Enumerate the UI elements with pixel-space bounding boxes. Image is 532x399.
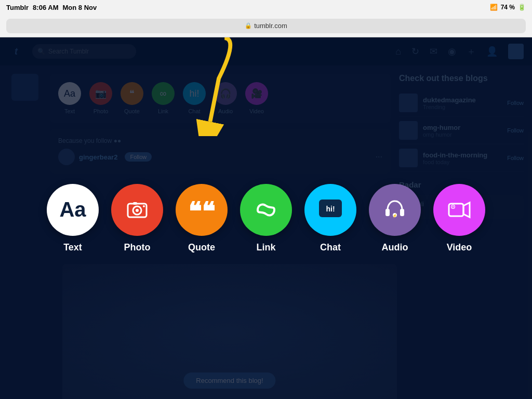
date: Mon 8 Nov [62,4,97,11]
svg-point-14 [451,205,455,209]
audio-picker-label: Audio [382,242,408,253]
svg-point-3 [136,209,139,212]
text-picker-label: Text [63,242,82,253]
battery-level: 74 % [501,4,515,11]
picker-video[interactable]: Video [433,184,485,253]
time: 8:06 AM [33,4,58,11]
headphone-icon: ⚡ [380,195,409,224]
chat-bubble-icon: hi! [315,194,346,225]
svg-marker-13 [463,203,470,217]
picker-audio[interactable]: ⚡ Audio [369,184,421,253]
picker-quote[interactable]: ❝❝ Quote [176,184,228,253]
link-picker-label: Link [256,242,275,253]
photo-circle [111,184,163,236]
link-circle [240,184,292,236]
camera-icon [126,198,149,221]
svg-text:hi!: hi! [326,205,335,213]
chat-circle: hi! [304,184,356,236]
quote-circle: ❝❝ [176,184,228,236]
wifi-icon: 📶 [490,4,498,11]
link-infinity-icon [252,196,280,223]
arrow-indicator [177,37,249,136]
url: tumblr.com [254,22,287,30]
quote-circle-label: ❝❝ [188,200,215,224]
audio-circle: ⚡ [369,184,421,236]
text-circle-label: Aa [59,198,86,221]
browser-chrome: 🔒 tumblr.com [0,15,532,37]
svg-rect-12 [449,204,463,216]
modal-overlay: Aa Text Photo ❝❝ [0,37,532,399]
picker-row: Aa Text Photo ❝❝ [30,184,502,253]
video-picker-label: Video [447,242,472,253]
app-name: Tumblr [6,4,29,11]
text-circle: Aa [47,184,99,236]
picker-text[interactable]: Aa Text [47,184,99,253]
main-content: t 🔍 Search Tumblr ⌂ ↻ ✉ ◉ ＋ 👤 [0,37,532,399]
svg-rect-8 [385,209,390,216]
svg-point-5 [143,205,145,207]
picker-photo[interactable]: Photo [111,184,163,253]
quote-picker-label: Quote [188,242,215,253]
status-bar: Tumblr 8:06 AM Mon 8 Nov 📶 74 % 🔋 [0,0,532,15]
svg-rect-4 [133,202,137,205]
svg-rect-9 [400,209,404,216]
video-camera-icon [446,196,473,223]
picker-link[interactable]: Link [240,184,292,253]
lock-icon: 🔒 [245,22,252,29]
battery-icon: 🔋 [518,4,526,11]
picker-chat[interactable]: hi! Chat [304,184,356,253]
video-circle [433,184,485,236]
svg-text:⚡: ⚡ [392,213,397,218]
chat-picker-label: Chat [320,242,341,253]
address-bar[interactable]: 🔒 tumblr.com [6,19,526,33]
photo-picker-label: Photo [124,242,151,253]
